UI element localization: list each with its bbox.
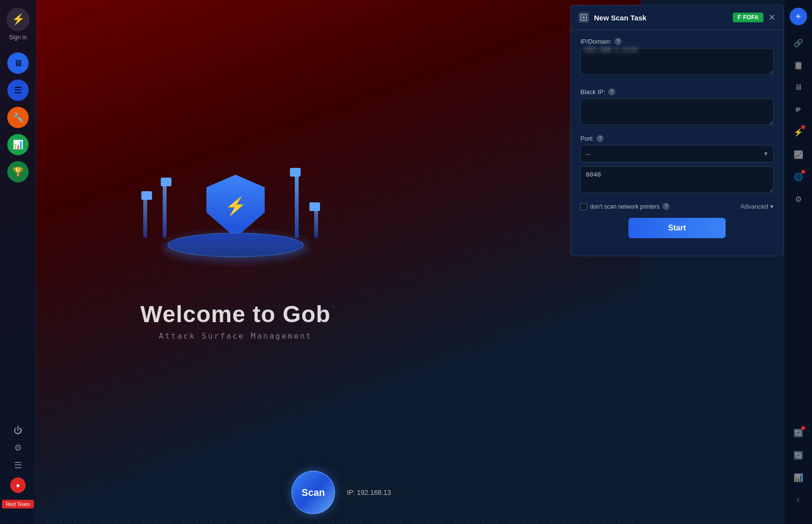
fofa-icon: F [738, 14, 741, 21]
printer-checkbox-group: don't scan network printers ? [580, 203, 670, 210]
ip-domain-input[interactable] [580, 48, 774, 75]
platform-scene: ⚡ [114, 87, 357, 291]
right-nav-refresh-dot[interactable]: 🔄 [790, 424, 807, 442]
right-sidebar-bottom: 🔄 🔄 📊 ‹ [790, 424, 807, 516]
advanced-label: Advanced [740, 203, 768, 210]
monitor-icon: 🖥 [14, 58, 22, 68]
power-icon[interactable]: ⏻ [14, 426, 22, 436]
right-nav-settings[interactable]: ⚙ [790, 190, 807, 208]
dialog-close-button[interactable]: ✕ [768, 13, 776, 22]
right-nav-bar-chart[interactable]: 📊 [790, 469, 807, 486]
advanced-button[interactable]: Advanced ▾ [740, 203, 774, 210]
red-dot-indicator[interactable]: ● [10, 477, 26, 493]
pillar-2 [163, 184, 167, 238]
clipboard-icon: 📋 [794, 61, 803, 70]
left-sidebar: ⚡ Sign in 🖥 ☰ 🔧 📊 🏆 ⏻ ⚙ ☰ ● Red Team [0, 0, 36, 524]
chart-icon: 📈 [794, 150, 803, 159]
pillar-4 [295, 175, 299, 238]
pillar-3 [314, 209, 318, 238]
scan-button-area: Scan IP: 192.168.13 [291, 471, 391, 514]
tools-icon: 🔧 [13, 112, 23, 123]
fofa-label: FOFA [743, 14, 759, 21]
plus-icon: + [795, 11, 801, 22]
black-ip-input[interactable] [580, 98, 774, 125]
ip-domain-label: IP/Domain: ? [580, 38, 774, 45]
sidebar-item-trophy[interactable]: 🏆 [7, 161, 29, 182]
dialog-header: New Scan Task F FOFA ✕ [571, 5, 783, 30]
right-settings-icon: ⚙ [795, 195, 802, 204]
chevron-left-icon: ‹ [797, 495, 799, 504]
sidebar-item-tools[interactable]: 🔧 [7, 107, 29, 128]
dialog-title-area: New Scan Task [578, 12, 646, 23]
node-box-4 [290, 168, 301, 177]
refresh-dot-icon: 🔄 [794, 428, 803, 438]
refresh-icon: 🔄 [794, 451, 803, 460]
sidebar-item-stats[interactable]: 📊 [7, 134, 29, 155]
ip-icon: IP [795, 107, 800, 113]
port-group: Port: ? -- Common ports All ports Custom… [580, 135, 774, 195]
trophy-icon: 🏆 [13, 166, 23, 177]
platform-disk [168, 233, 304, 257]
right-nav-clipboard[interactable]: 📋 [790, 56, 807, 74]
start-button[interactable]: Start [628, 218, 726, 238]
node-box-1 [141, 191, 152, 200]
dont-scan-printers-checkbox[interactable] [580, 203, 587, 210]
advanced-chevron-icon: ▾ [770, 203, 774, 210]
right-nav-link[interactable]: 🔗 [790, 34, 807, 51]
black-ip-group: Black IP: ? [580, 88, 774, 127]
list-icon: ☰ [14, 85, 22, 96]
bar-chart-icon: 📊 [794, 473, 803, 482]
add-new-button[interactable]: + [790, 8, 807, 25]
ip-domain-help-icon[interactable]: ? [614, 38, 622, 45]
node-box-2 [161, 178, 171, 186]
options-row: don't scan network printers ? Advanced ▾ [580, 203, 774, 210]
port-help-icon[interactable]: ? [596, 135, 604, 142]
right-nav-ip[interactable]: IP [790, 101, 807, 118]
black-ip-help-icon[interactable]: ? [608, 88, 615, 96]
menu-icon[interactable]: ☰ [14, 460, 22, 471]
shield-container: ⚡ [206, 175, 265, 238]
sidebar-item-monitor[interactable]: 🖥 [7, 52, 29, 74]
welcome-subtitle: Attack Surface Management [140, 331, 331, 341]
scan-notification-dot [801, 125, 805, 129]
welcome-text-area: Welcome to Gob Attack Surface Management [140, 301, 331, 341]
monitor-right-icon: 🖥 [795, 83, 802, 92]
ip-domain-group: IP/Domain: ? 192.168.1.1/24 [580, 38, 774, 85]
right-nav-scan[interactable]: ⚡ [790, 123, 807, 141]
port-custom-input[interactable]: 8040 [580, 166, 774, 193]
printers-help-icon[interactable]: ? [662, 203, 670, 210]
right-nav-globe[interactable]: 🌐 [790, 168, 807, 185]
dont-scan-printers-label: don't scan network printers [590, 203, 660, 210]
stats-icon: 📊 [13, 139, 23, 150]
collapse-sidebar-button[interactable]: ‹ [790, 491, 807, 508]
pillar-1 [143, 199, 147, 238]
ip-display: IP: 192.168.13 [347, 489, 391, 496]
scan-button[interactable]: Scan [291, 471, 335, 514]
port-select-wrapper: -- Common ports All ports Custom ▼ [580, 145, 774, 163]
settings-icon[interactable]: ⚙ [14, 442, 22, 453]
black-ip-label: Black IP: ? [580, 88, 774, 96]
sign-in-label[interactable]: Sign in [9, 34, 27, 41]
dialog-title: New Scan Task [594, 14, 646, 22]
sidebar-nav: 🖥 ☰ 🔧 📊 🏆 [7, 52, 29, 426]
refresh-notification-dot [801, 426, 805, 430]
red-team-badge[interactable]: Red Team [2, 500, 34, 508]
dialog-actions: F FOFA ✕ [733, 13, 776, 22]
shield-icon: ⚡ [206, 175, 265, 238]
link-icon: 🔗 [794, 38, 803, 48]
welcome-title: Welcome to Gob [140, 301, 331, 328]
sidebar-bottom: ⏻ ⚙ ☰ ● Red Team [2, 426, 34, 516]
app-logo[interactable]: ⚡ [6, 8, 30, 31]
right-nav-refresh[interactable]: 🔄 [790, 446, 807, 464]
fofa-badge[interactable]: F FOFA [733, 13, 763, 22]
port-label: Port: ? [580, 135, 774, 142]
logo-icon: ⚡ [12, 13, 25, 26]
port-select[interactable]: -- Common ports All ports Custom [580, 145, 774, 163]
dialog-scan-icon [578, 12, 589, 23]
right-sidebar: + 🔗 📋 🖥 IP ⚡ 📈 🌐 ⚙ 🔄 🔄 📊 ‹ [784, 0, 812, 524]
sidebar-item-list[interactable]: ☰ [7, 80, 29, 101]
right-nav-chart[interactable]: 📈 [790, 146, 807, 163]
right-nav-monitor[interactable]: 🖥 [790, 79, 807, 96]
main-illustration-area: ⚡ Welcome to Gob Attack Surface Manageme… [36, 87, 435, 341]
scan-nav-icon: ⚡ [794, 128, 803, 137]
